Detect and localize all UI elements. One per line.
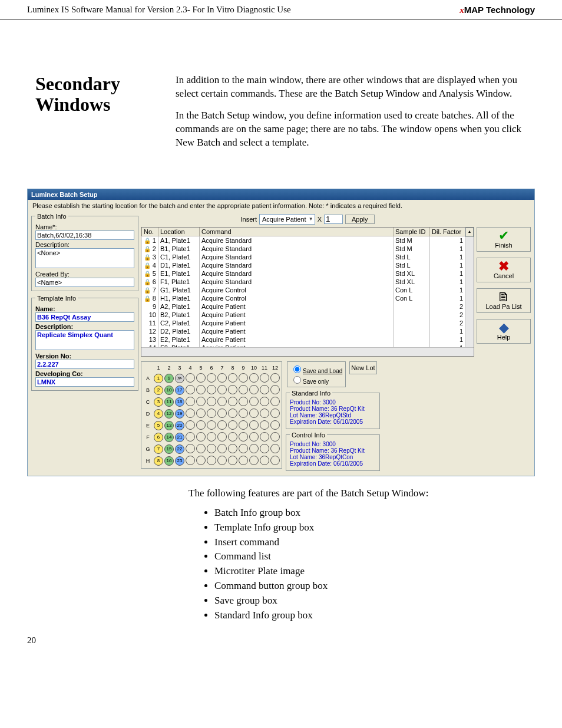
plate-well[interactable]: 8 [154,456,163,466]
microtiter-plate[interactable]: 123456789101112A19≫B21017C31118D41219E51… [141,361,282,469]
plate-well[interactable] [228,420,237,430]
plate-well[interactable] [239,432,248,442]
plate-well[interactable] [239,409,248,418]
desc-field[interactable]: <None> [35,248,134,268]
plate-well[interactable] [186,432,195,442]
table-row[interactable]: 10B2, Plate1Acquire Patient2 [142,311,465,319]
tmpl-name-field[interactable] [35,312,134,322]
plate-well[interactable]: 17 [175,386,184,395]
plate-well[interactable] [207,444,216,453]
plate-well[interactable]: 4 [154,409,163,419]
plate-well[interactable]: 11 [164,397,174,407]
plate-well[interactable] [196,409,206,418]
plate-well[interactable] [270,420,280,430]
plate-well[interactable] [186,420,195,430]
help-button[interactable]: ◆ Help [477,319,531,344]
plate-well[interactable]: 22 [175,444,184,454]
plate-well[interactable] [207,385,216,394]
plate-well[interactable] [217,444,227,453]
plate-well[interactable] [260,373,269,383]
plate-well[interactable] [249,456,259,465]
save-only-radio[interactable]: Save only [290,374,342,385]
scroll-up-icon[interactable]: ▴ [465,228,474,237]
plate-well[interactable] [186,397,195,406]
col-cmd[interactable]: Command [200,228,394,236]
apply-button[interactable]: Apply [345,215,375,224]
plate-well[interactable]: 2 [154,386,163,395]
plate-well[interactable]: 14 [164,433,174,442]
finish-button[interactable]: ✔ Finish [477,227,531,252]
plate-well[interactable] [270,444,280,453]
plate-well[interactable] [186,409,195,418]
plate-well[interactable] [260,409,269,418]
plate-well[interactable] [186,373,195,383]
plate-well[interactable] [196,373,206,383]
plate-well[interactable]: 16 [164,456,174,466]
plate-well[interactable] [228,432,237,442]
plate-well[interactable] [239,373,248,383]
table-row[interactable]: 🔒 2B1, Plate1Acquire StandardStd M1 [142,245,465,253]
plate-well[interactable]: 18 [175,397,184,407]
plate-well[interactable] [239,420,248,430]
plate-well[interactable]: 13 [164,421,174,430]
plate-well[interactable] [207,409,216,418]
plate-well[interactable] [196,385,206,394]
table-row[interactable]: 🔒 5E1, Plate1Acquire StandardStd XL1 [142,269,465,278]
tmpl-desc-field[interactable]: Replicate Simplex Quant [35,330,134,350]
plate-well[interactable]: 1 [154,374,163,383]
table-row[interactable]: 13E2, Plate1Acquire Patient1 [142,335,465,344]
plate-well[interactable] [207,420,216,430]
table-row[interactable]: 🔒 1A1, Plate1Acquire StandardStd M1 [142,236,465,245]
plate-well[interactable] [228,397,237,406]
plate-well[interactable]: 23 [175,456,184,466]
plate-well[interactable] [196,456,206,465]
plate-well[interactable] [217,373,227,383]
table-row[interactable]: 🔒 3C1, Plate1Acquire StandardStd L1 [142,253,465,261]
col-loc[interactable]: Location [158,228,200,236]
plate-well[interactable] [186,456,195,465]
col-no[interactable]: No. [142,228,158,236]
plate-well[interactable] [260,385,269,394]
plate-well[interactable] [207,432,216,442]
plate-well[interactable] [249,397,259,406]
horizontal-scrollbar[interactable] [141,347,474,356]
plate-well[interactable]: 9 [164,374,174,383]
tmpl-version-field[interactable] [35,360,134,369]
save-and-load-radio[interactable]: Save and Load [290,364,342,374]
plate-well[interactable] [239,397,248,406]
plate-well[interactable] [249,373,259,383]
insert-combo[interactable]: Acquire Patient [259,214,315,225]
x-field[interactable] [324,215,343,224]
plate-well[interactable] [207,373,216,383]
plate-well[interactable] [196,444,206,453]
plate-well[interactable]: 7 [154,444,163,454]
plate-well[interactable] [270,409,280,418]
plate-well[interactable] [239,456,248,465]
table-row[interactable]: 🔒 4D1, Plate1Acquire StandardStd L1 [142,261,465,269]
plate-well[interactable] [249,444,259,453]
plate-well[interactable]: 21 [175,433,184,442]
cancel-button[interactable]: ✖ Cancel [477,258,531,282]
plate-well[interactable] [270,456,280,465]
plate-well[interactable]: 3 [154,397,163,407]
plate-well[interactable] [239,385,248,394]
vertical-scrollbar[interactable]: ▴ [465,228,474,348]
plate-well[interactable] [228,385,237,394]
plate-well[interactable]: ≫ [175,374,184,383]
plate-well[interactable] [228,373,237,383]
plate-well[interactable] [186,444,195,453]
plate-well[interactable] [228,456,237,465]
plate-well[interactable] [260,420,269,430]
plate-well[interactable] [228,409,237,418]
plate-well[interactable] [260,444,269,453]
plate-well[interactable]: 10 [164,386,174,395]
plate-well[interactable] [270,432,280,442]
table-row[interactable]: 🔒 7G1, Plate1Acquire ControlCon L1 [142,286,465,294]
plate-well[interactable] [249,409,259,418]
createdby-field[interactable] [35,278,134,287]
new-lot-button[interactable]: New Lot [349,361,376,374]
table-row[interactable]: 11C2, Plate1Acquire Patient2 [142,319,465,327]
plate-well[interactable]: 6 [154,433,163,442]
tmpl-devco-field[interactable] [35,377,134,387]
plate-well[interactable]: 5 [154,421,163,430]
